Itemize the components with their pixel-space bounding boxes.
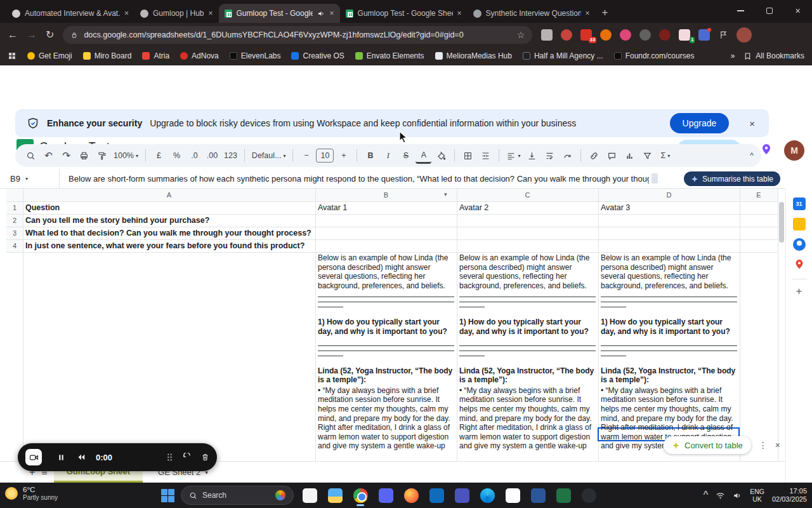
- taskbar-word[interactable]: [528, 483, 547, 507]
- tab-close-icon[interactable]: ×: [124, 9, 129, 18]
- horizontal-align-icon[interactable]: ▾: [504, 148, 522, 164]
- tray-expand-icon[interactable]: ^: [704, 490, 709, 501]
- column-header-d[interactable]: D: [598, 189, 740, 201]
- wifi-icon[interactable]: [716, 491, 725, 500]
- text-color-button[interactable]: A: [416, 148, 431, 164]
- cell-d1[interactable]: Avatar 3: [601, 201, 737, 214]
- select-all-corner[interactable]: [6, 189, 23, 201]
- tab-close-icon[interactable]: ×: [209, 9, 213, 18]
- keep-icon[interactable]: [793, 218, 806, 231]
- extension-icon-3[interactable]: 33: [580, 29, 592, 41]
- discard-recording-icon[interactable]: [201, 453, 209, 462]
- insert-link-icon[interactable]: [586, 148, 602, 164]
- convert-to-table-button[interactable]: Convert to table: [664, 436, 751, 454]
- cell-a4[interactable]: In just one sentence, what were your fea…: [25, 239, 313, 252]
- cell-c1[interactable]: Avatar 2: [459, 201, 596, 214]
- forward-icon[interactable]: →: [27, 29, 37, 41]
- upgrade-button[interactable]: Upgrade: [670, 113, 730, 133]
- bookmark-creative-os[interactable]: Creative OS: [291, 51, 344, 60]
- bookmark-elevenlabs[interactable]: ElevenLabs: [230, 51, 281, 60]
- restart-recording-icon[interactable]: [77, 453, 86, 462]
- more-formats-button[interactable]: 123: [222, 148, 239, 164]
- volume-icon[interactable]: [733, 491, 742, 500]
- zoom-select[interactable]: 100%▾: [112, 148, 140, 164]
- decrease-font-size-button[interactable]: −: [298, 148, 314, 164]
- tab-gumloop-hub[interactable]: Gumloop | Hub ×: [134, 4, 219, 23]
- column-b-dropdown-icon[interactable]: ▾: [444, 191, 447, 197]
- tab-audio-icon[interactable]: [317, 10, 325, 18]
- chevron-down-icon[interactable]: ▾: [25, 176, 28, 182]
- extension-icon-1[interactable]: [541, 29, 553, 41]
- pin-extension-icon[interactable]: [760, 143, 773, 156]
- tab-gumloop-test-active[interactable]: Gumloop Test - Google She... ×: [219, 4, 340, 23]
- cell-body-b[interactable]: Below is an example of how Linda (the pe…: [318, 253, 454, 461]
- cell-b1[interactable]: Avatar 1: [318, 201, 454, 214]
- back-icon[interactable]: ←: [8, 29, 18, 41]
- tab-close-icon[interactable]: ×: [586, 9, 590, 18]
- print-icon[interactable]: [76, 148, 92, 164]
- contacts-icon[interactable]: [793, 238, 806, 251]
- reload-icon[interactable]: ↻: [46, 29, 54, 41]
- formula-input[interactable]: Below are short-form summaries of how ea…: [69, 174, 649, 184]
- bookmark-atria[interactable]: Atria: [142, 51, 169, 60]
- clock[interactable]: 17:05 02/03/2025: [772, 487, 807, 504]
- cell-a1[interactable]: Question: [25, 201, 313, 214]
- calendar-icon[interactable]: 31: [793, 197, 806, 210]
- extension-icon-2[interactable]: [561, 29, 572, 41]
- banner-close-icon[interactable]: ×: [749, 118, 755, 129]
- bookmark-foundr[interactable]: Foundr.com/courses: [614, 51, 695, 60]
- text-wrap-icon[interactable]: [542, 148, 558, 164]
- recorder-camera-icon[interactable]: [25, 449, 42, 465]
- insert-chart-icon[interactable]: [622, 148, 638, 164]
- taskbar-excel[interactable]: [554, 483, 573, 507]
- extension-icon-6[interactable]: [639, 29, 651, 41]
- drag-handle-icon[interactable]: [166, 453, 173, 462]
- decrease-decimal-button[interactable]: .0: [187, 148, 202, 164]
- fill-color-icon[interactable]: [433, 148, 449, 164]
- cell-a3[interactable]: What led to that decision? Can you walk …: [25, 227, 313, 239]
- window-minimize-button[interactable]: [726, 0, 755, 22]
- vertical-align-icon[interactable]: [524, 148, 540, 164]
- vertical-scrollbar[interactable]: [779, 202, 784, 243]
- taskbar-teams[interactable]: [452, 483, 471, 507]
- taskbar-chrome[interactable]: [351, 483, 370, 507]
- bookmark-melioramedias[interactable]: MelioraMedias Hub: [435, 51, 512, 60]
- paint-format-icon[interactable]: [94, 148, 110, 164]
- all-bookmarks-button[interactable]: All Bookmarks: [743, 51, 804, 60]
- bookmark-half-a-mill[interactable]: Half a Mill Agency ...: [523, 51, 603, 60]
- side-panel-icon[interactable]: [718, 30, 728, 40]
- language-indicator[interactable]: ENG UK: [750, 488, 764, 503]
- functions-button[interactable]: Σ▾: [657, 148, 673, 164]
- tab-close-icon[interactable]: ×: [330, 9, 334, 18]
- undo-icon[interactable]: ↶: [41, 148, 56, 164]
- window-maximize-button[interactable]: [755, 0, 783, 22]
- taskbar-outlook[interactable]: [427, 483, 446, 507]
- extension-icon-8[interactable]: 1: [679, 29, 690, 41]
- format-percent-button[interactable]: %: [169, 148, 185, 164]
- text-rotation-icon[interactable]: [560, 148, 575, 164]
- cell-body-c[interactable]: Below is an example of how Linda (the pe…: [459, 253, 596, 461]
- bold-button[interactable]: B: [362, 148, 378, 164]
- increase-decimal-button[interactable]: .00: [204, 148, 220, 164]
- suggestion-close-icon[interactable]: ×: [775, 440, 780, 450]
- bookmark-star-icon[interactable]: ☆: [517, 30, 525, 40]
- taskbar-edge[interactable]: [478, 483, 497, 507]
- redo-icon[interactable]: ↷: [58, 148, 74, 164]
- tab-synthetic-questions[interactable]: Synthetic Interview Question... ×: [468, 4, 596, 23]
- column-header-c[interactable]: C: [457, 189, 598, 201]
- taskbar-firefox[interactable]: [402, 483, 421, 507]
- tab-automated-interview[interactable]: Automated Interview & Avat... ×: [6, 4, 134, 23]
- column-header-b[interactable]: B: [315, 189, 457, 201]
- borders-icon[interactable]: [460, 148, 476, 164]
- font-size-input[interactable]: 10: [316, 149, 334, 163]
- browser-profile-avatar[interactable]: [737, 27, 752, 43]
- spreadsheet-grid[interactable]: A B ▾ C D E 1 2 3 4 Question Avatar 1 Av…: [0, 189, 785, 461]
- extension-icon-7[interactable]: [659, 29, 671, 41]
- extension-icon-4[interactable]: [600, 29, 612, 41]
- extension-icon-9[interactable]: [698, 29, 710, 41]
- merge-cells-icon[interactable]: [478, 148, 494, 164]
- weather-widget[interactable]: 6°C Partly sunny: [5, 485, 58, 502]
- suggestion-more-icon[interactable]: ⋮: [759, 440, 768, 450]
- bookmark-miro-board[interactable]: Miro Board: [83, 51, 132, 60]
- taskbar-file-explorer[interactable]: [325, 483, 344, 507]
